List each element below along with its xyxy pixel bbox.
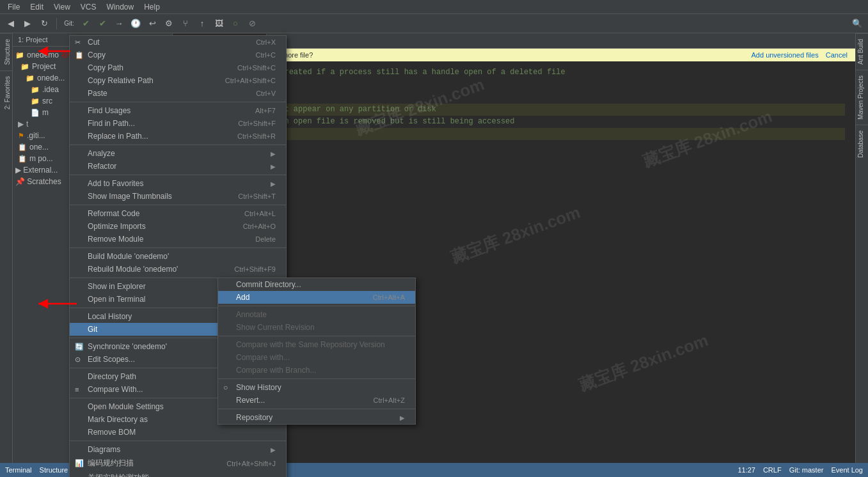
menu-find-usages[interactable]: Find Usages Alt+F7 — [70, 104, 286, 117]
menu-replace-in-path[interactable]: Replace in Path... Ctrl+Shift+R — [70, 130, 286, 143]
submenu-compare-with: Compare with... — [218, 351, 415, 364]
git-settings[interactable]: ⚙ — [162, 17, 176, 31]
back-btn[interactable]: ◀ — [4, 17, 18, 31]
git-arrow[interactable]: → — [112, 17, 126, 31]
menu-analyze[interactable]: Analyze ▶ — [70, 147, 286, 160]
structure-tab[interactable]: Structure — [40, 466, 68, 474]
menu-add-favorites[interactable]: Add to Favorites ▶ — [70, 177, 286, 190]
sep — [70, 441, 286, 441]
compare-with-label: Compare with... — [236, 353, 290, 362]
menu-directory-path-label: Directory Path — [88, 372, 136, 381]
git-push[interactable]: ↑ — [195, 17, 209, 31]
add-shortcut: Ctrl+Alt+A — [373, 293, 405, 301]
git-icon[interactable]: Git: — [62, 17, 76, 31]
menu-rebuild-module-label: Rebuild Module 'onedemo' — [88, 265, 178, 274]
menu-reformat-code[interactable]: Reformat Code Ctrl+Alt+L — [70, 207, 286, 220]
submenu-repository[interactable]: Repository ▶ — [218, 411, 415, 424]
submenu-compare-same-repo: Compare with the Same Repository Version — [218, 338, 415, 351]
notification-actions: Add unversioned files Cancel — [746, 51, 848, 59]
menu-open-terminal-label: Open in Terminal — [88, 295, 146, 304]
compare-same-repo-label: Compare with the Same Repository Version — [236, 340, 385, 349]
menu-paste-label: Paste — [88, 89, 107, 98]
menu-copy-relative-path-shortcut: Ctrl+Alt+Shift+C — [225, 77, 276, 84]
git-circle[interactable]: ○ — [228, 17, 242, 31]
show-current-revision-label: Show Current Revision — [236, 323, 315, 332]
menu-copy-path[interactable]: Copy Path Ctrl+Shift+C — [70, 61, 286, 74]
git-img[interactable]: 🖼 — [212, 17, 226, 31]
menu-replace-in-path-label: Replace in Path... — [88, 132, 148, 141]
left-vtab-structure[interactable]: Structure — [0, 33, 12, 70]
menu-copy-relative-path-label: Copy Relative Path — [88, 76, 154, 85]
search-btn[interactable]: 🔍 — [850, 17, 864, 31]
menu-window[interactable]: Window — [102, 1, 139, 13]
sep — [218, 409, 415, 409]
menu-remove-bom[interactable]: Remove BOM — [70, 426, 286, 439]
submenu-revert[interactable]: Revert... Ctrl+Alt+Z — [218, 394, 415, 407]
copy-icon: 📋 — [75, 51, 84, 59]
git-branches[interactable]: ⑂ — [178, 17, 193, 31]
git-ban[interactable]: ⊘ — [245, 17, 259, 31]
git-check[interactable]: ✔ — [79, 17, 93, 31]
folder-icon: 📁 — [26, 74, 35, 82]
tree-label: .giti... — [27, 131, 45, 140]
menu-diagrams-label: Diagrams — [88, 445, 120, 454]
menu-find-in-path-shortcut: Ctrl+Shift+F — [238, 120, 276, 127]
menu-optimize-imports[interactable]: Optimize Imports Ctrl+Alt+O — [70, 220, 286, 233]
revert-shortcut: Ctrl+Alt+Z — [373, 396, 405, 404]
tree-label: Project — [32, 62, 56, 71]
submenu-show-history[interactable]: ○ Show History — [218, 381, 415, 394]
menu-copy-relative-path[interactable]: Copy Relative Path Ctrl+Alt+Shift+C — [70, 74, 286, 87]
menu-code-encoding-label: 编码规约扫描 — [88, 458, 134, 469]
submenu-commit-directory[interactable]: Commit Directory... — [218, 278, 415, 291]
sep — [218, 336, 415, 336]
menu-refactor[interactable]: Refactor ▶ — [70, 160, 286, 173]
menu-vcs[interactable]: VCS — [75, 1, 102, 13]
status-eventlog[interactable]: Event Log — [831, 466, 863, 474]
menu-find-in-path[interactable]: Find in Path... Ctrl+Shift+F — [70, 117, 286, 130]
menu-synchronize-label: Synchronize 'onedemo' — [88, 342, 167, 351]
menu-show-thumbnails[interactable]: Show Image Thumbnails Ctrl+Shift+T — [70, 190, 286, 203]
left-vtab-favorites[interactable]: 2: Favorites — [0, 70, 12, 114]
fwd-btn[interactable]: ▶ — [20, 17, 35, 31]
git-check2[interactable]: ✔ — [95, 17, 109, 31]
toolbar: ◀ ▶ ↻ Git: ✔ ✔ → 🕐 ↩ ⚙ ⑂ ↑ 🖼 ○ ⊘ 🔍 — [0, 14, 868, 33]
check-icon: ○ — [223, 383, 228, 392]
revert-label: Revert... — [236, 396, 265, 405]
git-undo[interactable]: ↩ — [145, 17, 159, 31]
menu-cut[interactable]: ✂ Cut Ctrl+X — [70, 36, 286, 49]
right-tab-maven[interactable]: Maven Projects — [856, 70, 868, 125]
menu-show-in-explorer-label: Show in Explorer — [88, 282, 146, 291]
menu-copy-path-shortcut: Ctrl+Shift+C — [237, 64, 276, 72]
menu-paste[interactable]: Paste Ctrl+V — [70, 87, 286, 100]
menu-build-module-label: Build Module 'onedemo' — [88, 252, 169, 261]
menu-view[interactable]: View — [49, 1, 75, 13]
sync-icon: 🔄 — [75, 343, 84, 351]
repository-label: Repository — [236, 413, 272, 422]
menu-close-realtime[interactable]: ● 关闭实时检测功能 — [70, 471, 286, 477]
menu-reformat-shortcut: Ctrl+Alt+L — [244, 210, 276, 217]
tree-label: .idea — [42, 85, 59, 94]
annotate-label: Annotate — [236, 310, 267, 319]
menu-edit[interactable]: Edit — [25, 1, 49, 13]
file-icon: 📄 — [31, 109, 40, 117]
menu-file[interactable]: File — [3, 1, 25, 13]
menu-build-module[interactable]: Build Module 'onedemo' — [70, 250, 286, 263]
cancel-notification-link[interactable]: Cancel — [826, 51, 848, 59]
status-git: Git: master — [789, 466, 824, 474]
folder-icon: 📁 — [31, 86, 40, 94]
menu-code-encoding[interactable]: 📊 编码规约扫描 Ctrl+Alt+Shift+J — [70, 456, 286, 471]
git-clock[interactable]: 🕐 — [129, 17, 143, 31]
menu-copy[interactable]: 📋 Copy Ctrl+C — [70, 49, 286, 61]
menu-rebuild-shortcut: Ctrl+Shift+F9 — [234, 265, 276, 273]
refresh-btn[interactable]: ↻ — [37, 17, 51, 31]
add-unversioned-link[interactable]: Add unversioned files — [752, 51, 819, 59]
tree-label2: t — [26, 120, 28, 129]
menu-rebuild-module[interactable]: Rebuild Module 'onedemo' Ctrl+Shift+F9 — [70, 263, 286, 276]
submenu-add[interactable]: Add Ctrl+Alt+A — [218, 291, 415, 304]
menu-help[interactable]: Help — [139, 1, 165, 13]
menu-remove-module[interactable]: Remove Module Delete — [70, 233, 286, 246]
right-tab-database[interactable]: Database — [856, 125, 868, 163]
terminal-tab[interactable]: Terminal — [5, 466, 32, 474]
menu-diagrams[interactable]: Diagrams ▶ — [70, 443, 286, 456]
right-tab-antbuild[interactable]: Ant Build — [856, 33, 868, 70]
